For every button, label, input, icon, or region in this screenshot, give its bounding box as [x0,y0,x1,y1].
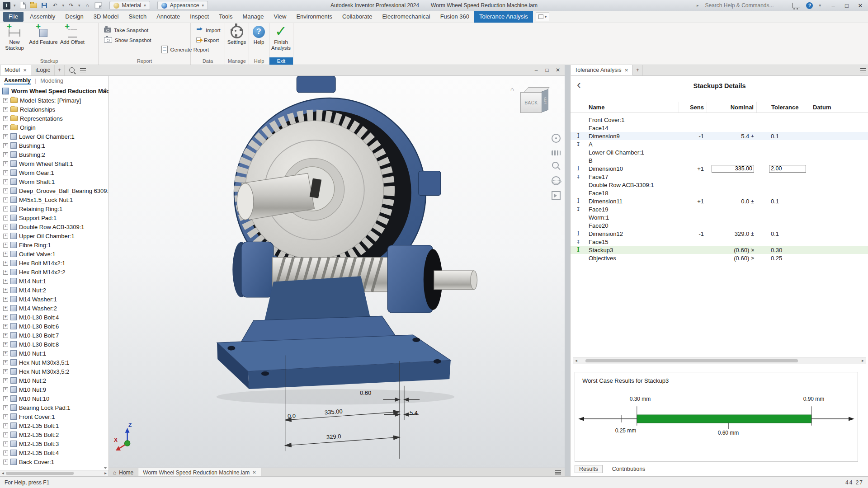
expander-icon[interactable]: + [3,306,8,311]
close-icon[interactable]: ✕ [625,68,628,73]
column-name[interactable]: Name [586,102,679,113]
expander-icon[interactable]: + [3,216,8,221]
tree-item-bushing-1[interactable]: +Bushing:1 [0,141,108,150]
scroll-left-icon[interactable]: ◄ [573,358,579,364]
tree-item-hex-nut-m30x3-5-1[interactable]: +Hex Nut M30x3,5:1 [0,358,108,367]
scroll-right-icon[interactable]: ► [103,470,108,476]
panel-menu-icon[interactable] [80,68,86,72]
appearance-dropdown[interactable]: Appearance ▾ [157,1,208,10]
stackup-row-face15[interactable]: ↧Face15 [571,238,868,246]
expander-icon[interactable]: + [3,324,8,329]
minimize-window-button[interactable]: – [826,0,840,11]
tree-root[interactable]: Worm Wheel Speed Reduction Machine [0,86,108,96]
column-tolerance[interactable]: Tolerance [756,102,809,113]
expander-icon[interactable]: + [3,179,8,184]
expander-icon[interactable]: + [3,261,8,266]
expander-icon[interactable]: + [3,270,8,275]
export-button[interactable]: Export [194,36,222,44]
tree-item-deep-groove-ball-bearing-6309-1[interactable]: +Deep_Groove_Ball_Bearing 6309:1 [0,186,108,195]
tree-item-m45x1-5-lock-nut-1[interactable]: +M45x1.5_Lock Nut:1 [0,195,108,204]
stackup-row-face19[interactable]: ↧Face19 [571,205,868,213]
tab-model[interactable]: Model ✕ [0,65,31,75]
restore-window-button[interactable]: □ [840,0,854,11]
close-icon[interactable]: ✕ [252,470,256,475]
tree-item-m12-l35-bolt-2[interactable]: +M12-L35 Bolt:2 [0,430,108,439]
stackup-row-face14[interactable]: Face14 [571,124,868,132]
close-window-button[interactable]: ✕ [854,0,867,11]
browser-hscrollbar[interactable]: ◄ ► [0,470,108,476]
tree-scroll-up-icon[interactable] [104,88,107,90]
expander-icon[interactable]: + [3,351,8,356]
minimize-doc-icon[interactable]: – [531,67,541,73]
ribbon-tab-manage[interactable]: Manage [238,11,269,23]
tree-item-retaining-ring-1[interactable]: +Retaining Ring:1 [0,204,108,213]
finish-analysis-button[interactable]: ✓ Finish Analysis [269,23,292,51]
undo-caret-icon[interactable]: ▾ [62,3,65,8]
group-label-exit[interactable]: Exit [269,57,293,65]
viewcube-front-face[interactable]: BACK [520,92,542,113]
add-panel-tab-button[interactable]: + [55,65,65,75]
help-icon[interactable]: ? [806,2,813,9]
help-caret-icon[interactable]: ▾ [819,3,821,8]
doc-tabs-menu-icon[interactable] [555,470,561,474]
add-offset-button[interactable]: + Add Offset [58,23,87,45]
expander-icon[interactable]: + [3,206,8,211]
tree-item-hex-bolt-m14x2-1[interactable]: +Hex Bolt M14x2:1 [0,258,108,267]
tree-item-back-cover-1[interactable]: +Back Cover:1 [0,457,108,466]
mode-modeling[interactable]: Modeling [40,78,63,84]
tab-home[interactable]: ⌂ Home [108,468,138,477]
viewcube-side-face[interactable]: LEFT [542,89,548,112]
tree-item-relationships[interactable]: +Relationships [0,105,108,114]
expander-icon[interactable]: + [3,297,8,302]
tree-item-bearing-lock-pad-1[interactable]: +Bearing Lock Pad:1 [0,403,108,412]
expander-icon[interactable]: + [3,460,8,465]
tree-item-m10-l30-bolt-6[interactable]: +M10-L30 Bolt:6 [0,322,108,331]
ribbon-tab-file[interactable]: File [3,12,24,22]
scroll-left-icon[interactable]: ◄ [0,470,6,476]
ribbon-tab-3d-model[interactable]: 3D Model [89,11,124,23]
expander-icon[interactable]: + [3,161,8,166]
ribbon-tab-fusion-360[interactable]: Fusion 360 [435,11,474,23]
expander-icon[interactable]: + [3,252,8,257]
tree-item-fibre-ring-1[interactable]: +Fibre Ring:1 [0,240,108,249]
viewcube[interactable]: ⌂ BACK LEFT [518,86,552,117]
expander-icon[interactable]: + [3,125,8,130]
ribbon-tab-collaborate[interactable]: Collaborate [337,11,377,23]
add-panel-tab-button[interactable]: + [633,65,643,75]
help-button[interactable]: ? Help [249,23,269,45]
column-datum[interactable]: Datum [809,102,868,113]
ribbon-tab-design[interactable]: Design [60,11,88,23]
expander-icon[interactable]: + [3,279,8,284]
stackup-row-face20[interactable]: Face20 [571,221,868,230]
expander-icon[interactable]: + [3,288,8,293]
scrollbar-thumb[interactable] [6,472,74,475]
look-at-icon[interactable] [552,191,561,200]
tree-item-m10-l30-bolt-8[interactable]: +M10-L30 Bolt:8 [0,340,108,349]
tree-item-support-pad-1[interactable]: +Support Pad:1 [0,213,108,222]
tree-item-worm-wheel-shaft-1[interactable]: +Worm Wheel Shaft:1 [0,159,108,168]
tree-scroll-down-icon[interactable] [104,467,107,469]
app-store-cart-icon[interactable] [793,2,800,9]
stackup-row-double-row-acb-3309-1[interactable]: Double Row ACB-3309:1 [571,181,868,189]
redo-caret-icon[interactable]: ▾ [78,3,80,8]
orbit-icon[interactable] [552,176,561,185]
tree-item-model-states-primary[interactable]: +Model States: [Primary] [0,96,108,105]
scroll-right-icon[interactable]: ► [860,358,866,364]
group-label-data[interactable]: Data [191,57,225,65]
tree-item-m10-nut-1[interactable]: +M10 Nut:1 [0,349,108,358]
panel-menu-icon[interactable] [860,68,866,72]
tree-item-m14-washer-1[interactable]: +M14 Washer:1 [0,295,108,304]
open-file-ic[interactable] [30,2,38,9]
tab-results[interactable]: Results [575,465,603,473]
group-label-report[interactable]: Report [99,57,190,65]
ribbon-tab-annotate[interactable]: Annotate [151,11,185,23]
expander-icon[interactable]: + [3,432,8,437]
close-icon[interactable]: ✕ [23,68,27,73]
viewport-3d[interactable]: 0.60 335.00 0.0 5.4 329.0 Z X ⌂ BACK LEF… [108,76,565,468]
viewcube-home-icon[interactable]: ⌂ [510,86,514,93]
expander-icon[interactable]: + [3,378,8,383]
stackup-row-front-cover-1[interactable]: Front Cover:1 [571,116,868,124]
stackup-row-dimension12[interactable]: IDimension12-1329.0 ±0.1 [571,230,868,238]
tree-item-origin[interactable]: +Origin [0,123,108,132]
tree-item-outlet-valve-1[interactable]: +Outlet Valve:1 [0,249,108,258]
